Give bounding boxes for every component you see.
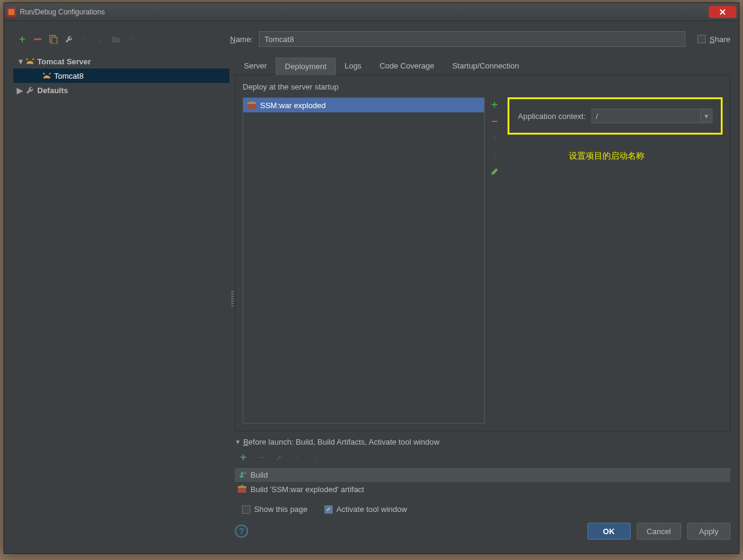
name-input[interactable]	[259, 31, 685, 47]
move-up-button: ↑	[79, 33, 91, 45]
wrench-icon	[64, 34, 74, 44]
dialog-content: + − ↑ ↓ ↓ª Name: Sha	[4, 21, 739, 553]
bl-remove-button: −	[255, 451, 267, 463]
apply-button[interactable]: Apply	[687, 523, 730, 540]
svg-rect-3	[52, 37, 57, 44]
config-tree[interactable]: ▼ Tomcat Server Tomcat8 ▶	[13, 52, 230, 545]
artifact-icon	[247, 100, 256, 110]
checkbox-icon	[242, 505, 250, 514]
bl-item-build-artifact[interactable]: Build 'SSM:war exploded' artifact	[235, 482, 730, 496]
annotation-text: 设置项目的启动名称	[569, 151, 644, 162]
move-down-button: ↓	[94, 33, 106, 45]
tree-item-tomcat8[interactable]: Tomcat8	[13, 68, 229, 83]
tabs: Server Deployment Logs Code Coverage Sta…	[235, 57, 730, 75]
close-icon	[719, 8, 726, 16]
tomcat-icon	[25, 56, 35, 66]
close-button[interactable]	[709, 6, 736, 18]
checkbox-checked-icon: ✓	[324, 505, 333, 514]
tree-group-defaults[interactable]: ▶ Defaults	[13, 83, 229, 97]
tab-code-coverage[interactable]: Code Coverage	[371, 57, 443, 75]
app-icon	[7, 7, 16, 17]
splitter[interactable]	[230, 52, 235, 545]
remove-artifact-button[interactable]: −	[488, 115, 500, 127]
share-checkbox[interactable]: Share	[697, 35, 730, 44]
help-button[interactable]: ?	[235, 525, 248, 538]
svg-text:01: 01	[243, 471, 247, 475]
tab-startup-connection[interactable]: Startup/Connection	[443, 57, 528, 75]
window-title: Run/Debug Configurations	[20, 8, 709, 16]
dialog-footer: ? OK Cancel Apply	[235, 517, 730, 545]
show-page-checkbox[interactable]: Show this page	[242, 505, 308, 514]
edit-defaults-button[interactable]	[63, 33, 75, 45]
dialog-window: Run/Debug Configurations + − ↑ ↓ ↓ª	[4, 2, 739, 554]
tomcat-icon	[42, 71, 52, 81]
context-label: Application context:	[518, 112, 586, 121]
before-launch-section: ▼ Before launch: Build, Build Artifacts,…	[235, 437, 730, 514]
bl-up-button: ↑	[291, 451, 303, 463]
deployment-panel: Deploy at the server startup SSM:war exp…	[235, 75, 730, 431]
chevron-down-icon: ▼	[17, 57, 23, 66]
cancel-button[interactable]: Cancel	[637, 523, 681, 540]
bl-item-build[interactable]: 01 Build	[235, 467, 730, 482]
checkbox-icon	[697, 35, 706, 43]
bl-add-button[interactable]: +	[237, 451, 249, 463]
artifact-item[interactable]: SSM:war exploded	[243, 98, 484, 112]
context-input[interactable]	[592, 109, 700, 123]
bl-down-button: ↓	[309, 451, 321, 463]
ok-button[interactable]: OK	[587, 523, 631, 540]
activate-tool-window-checkbox[interactable]: ✓ Activate tool window	[324, 505, 407, 514]
svg-rect-10	[241, 485, 243, 487]
sort-button: ↓ª	[126, 33, 138, 45]
tab-deployment[interactable]: Deployment	[276, 58, 335, 75]
remove-config-button[interactable]: −	[32, 33, 44, 45]
chevron-right-icon: ▶	[17, 86, 23, 95]
before-launch-toolbar: + − ↑ ↓	[235, 451, 730, 463]
before-launch-header[interactable]: ▼ Before launch: Build, Build Artifacts,…	[235, 437, 730, 446]
add-artifact-button[interactable]: +	[488, 99, 500, 111]
folder-button	[110, 33, 122, 45]
artifact-icon	[237, 484, 247, 494]
context-panel-highlight: Application context: ▼	[508, 97, 723, 135]
artifact-toolbar: + − ↑ ↓	[488, 97, 500, 424]
name-label: Name:	[230, 35, 253, 44]
svg-rect-1	[8, 9, 14, 15]
before-launch-list[interactable]: 01 Build Build 'SSM:war exploded' artifa…	[235, 467, 730, 496]
config-toolbar: + − ↑ ↓ ↓ª	[13, 27, 230, 51]
folder-icon	[111, 35, 121, 43]
build-icon: 01	[237, 470, 247, 479]
chevron-down-icon: ▼	[235, 439, 241, 445]
pencil-icon	[275, 453, 284, 461]
pencil-icon	[490, 167, 499, 177]
artifact-up-button: ↑	[488, 132, 500, 144]
add-config-button[interactable]: +	[16, 33, 28, 45]
copy-config-button[interactable]	[47, 33, 59, 45]
bl-edit-button	[273, 451, 285, 463]
svg-rect-6	[250, 101, 253, 103]
context-dropdown[interactable]: ▼	[700, 109, 712, 123]
artifact-down-button: ↓	[488, 149, 500, 161]
wrench-icon	[25, 85, 35, 95]
edit-artifact-button[interactable]	[488, 166, 500, 178]
artifact-list[interactable]: SSM:war exploded	[243, 97, 485, 424]
deploy-section-label: Deploy at the server startup	[243, 82, 723, 91]
titlebar[interactable]: Run/Debug Configurations	[4, 3, 739, 21]
tree-group-tomcat[interactable]: ▼ Tomcat Server	[13, 54, 229, 68]
tab-logs[interactable]: Logs	[336, 57, 371, 75]
tab-server[interactable]: Server	[235, 57, 276, 75]
